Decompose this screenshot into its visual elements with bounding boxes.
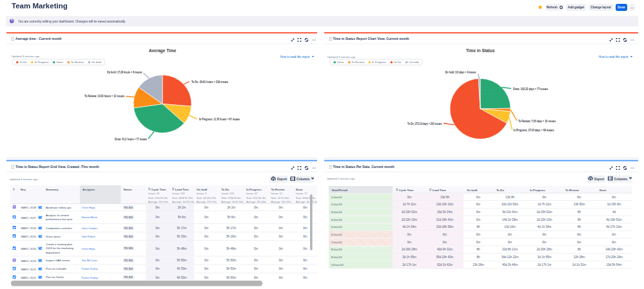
- svg-text:To Review: 7.05 days = 10 issu: To Review: 7.05 days = 10 issues: [518, 120, 556, 123]
- svg-text:Done: 41.2 hours = 77 issues: Done: 41.2 hours = 77 issues: [115, 138, 147, 141]
- svg-text:In Progress: 27.00 days = 60 i: In Progress: 27.00 days = 60 issues: [514, 129, 554, 132]
- svg-text:In Progress: 11.70 hours = 67: In Progress: 11.70 hours = 67 issues: [199, 118, 240, 121]
- svg-text:On hold: 3.8 days = 4 issues: On hold: 3.8 days = 4 issues: [445, 71, 476, 74]
- svg-text:Done: 102.22 days = 77 issues: Done: 102.22 days = 77 issues: [513, 88, 548, 91]
- svg-text:To Review: 13.63 hours = 12 is: To Review: 13.63 hours = 12 issues: [84, 95, 124, 98]
- svg-text:On hold: 17.29 hours = 8 issue: On hold: 17.29 hours = 8 issues: [107, 71, 142, 74]
- svg-text:To Do: 29.91 hours = 219 issue: To Do: 29.91 hours = 219 issues: [191, 80, 228, 84]
- svg-text:To Do: 273.10 days = 210 issue: To Do: 273.10 days = 210 issues: [407, 122, 442, 126]
